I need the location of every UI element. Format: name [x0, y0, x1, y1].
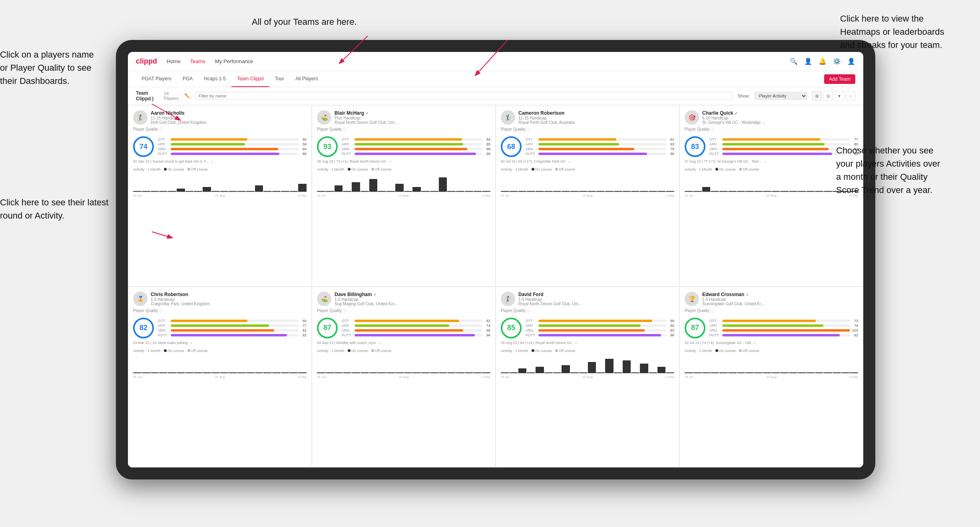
activity-label: Activity · 1 Month On course Off course	[317, 349, 490, 353]
player-info: Dave Billingham ✓ 1-5 Handicap Sog Magin…	[335, 292, 490, 306]
chart-bar	[421, 191, 430, 192]
last-round[interactable]: 18 Jul 23 | 74 (+4), Sunningdale GC - Ol…	[685, 341, 858, 345]
chart-bar	[272, 191, 281, 192]
player-club: Drift Golf Club, United Kingdom	[151, 120, 215, 125]
avatar-icon[interactable]: 👤	[847, 58, 855, 65]
chart-bar	[640, 364, 648, 373]
nav-link-teams[interactable]: Teams	[190, 58, 205, 64]
show-label: Show:	[737, 93, 750, 98]
stat-row-ott: OTT 73	[709, 319, 858, 323]
bell-icon[interactable]: 🔔	[819, 58, 827, 65]
chart-bar	[649, 191, 657, 192]
player-name[interactable]: Dave Billingham ✓	[335, 292, 490, 297]
stat-row-arg: ARG 81	[158, 328, 307, 332]
show-select[interactable]: Player Activity Quality Score Trend	[755, 92, 807, 100]
activity-section: Activity · 1 Month On course Off course …	[501, 167, 674, 197]
quality-score[interactable]: 68	[501, 136, 522, 157]
player-name[interactable]: Cameron Robertson	[518, 110, 674, 116]
view-filter-icon[interactable]: ▼	[835, 91, 844, 101]
quality-score[interactable]: 87	[685, 318, 705, 338]
quality-section: 85 OTT 89 APP 80 ARG 83 PUTT	[501, 318, 674, 338]
activity-section: Activity · 1 Month On course Off course …	[685, 349, 858, 379]
player-name[interactable]: Blair McHarg ✓	[335, 110, 490, 116]
chart-bar	[570, 372, 579, 373]
chart-bar	[194, 191, 202, 192]
tab-hcaps[interactable]: Hcaps 1-5	[198, 71, 231, 87]
chart-bar	[317, 191, 325, 192]
last-round[interactable]: 26 Aug 23 | 73 (+1), Royal North Devon G…	[317, 159, 490, 163]
player-name[interactable]: Aaron Nicholls	[151, 110, 307, 116]
chart-bar	[623, 360, 631, 373]
stat-row-arg: ARG 75	[526, 147, 674, 151]
last-round-arrow: →	[210, 159, 214, 163]
player-name[interactable]: Edward Crossman ✓	[702, 292, 858, 297]
player-card[interactable]: 🏌️‍♂️ Cameron Robertson 11-15 Handicap R…	[496, 105, 679, 286]
quality-label: Player Quality ⓘ	[317, 308, 490, 314]
player-card[interactable]: 🏌️ David Ford 1-5 Handicap Royal North D…	[496, 286, 679, 468]
chart-bar	[395, 184, 404, 192]
edit-icon[interactable]: ✏️	[184, 93, 190, 99]
player-card[interactable]: 🏆 Edward Crossman ✓ 1-5 Handicap Sunning…	[679, 286, 863, 468]
last-round[interactable]: 02 Jul 23 | 59 (+17), Craigmillar Park G…	[501, 159, 674, 163]
chart-bar	[711, 372, 719, 373]
profile-icon[interactable]: 👤	[804, 58, 812, 65]
avatar: 🏌️	[501, 292, 515, 306]
search-input[interactable]	[195, 92, 733, 100]
last-round[interactable]: 26 Aug 23 | 84 (+12), Royal North Devon …	[501, 341, 674, 345]
quality-score[interactable]: 74	[133, 136, 154, 157]
player-card[interactable]: 🏅 Chris Robertson 1-5 Handicap Craigmill…	[128, 286, 312, 468]
chart-area	[133, 173, 307, 193]
chart-bar	[133, 372, 141, 373]
chart-bar	[352, 372, 360, 373]
quality-score[interactable]: 83	[685, 136, 705, 157]
off-course-dot	[739, 168, 742, 171]
on-course-dot	[164, 349, 167, 352]
avatar: ⛳	[317, 110, 331, 125]
activity-label: Activity · 1 Month On course Off course	[317, 167, 490, 171]
chart-bar	[474, 191, 482, 192]
player-card[interactable]: ⛳ Dave Billingham ✓ 1-5 Handicap Sog Mag…	[312, 286, 496, 468]
player-card[interactable]: 🏌️ Aaron Nicholls 11-15 Handicap Drift G…	[128, 105, 312, 286]
add-team-button[interactable]: Add Team	[824, 74, 855, 84]
chart-bar	[737, 191, 745, 192]
chart-bar	[352, 182, 360, 192]
player-card[interactable]: ⛳ Blair McHarg ✓ Plus Handicap Royal Nor…	[312, 105, 496, 286]
player-name[interactable]: Charlie Quick ✓	[702, 110, 858, 116]
tab-tour[interactable]: Tour	[269, 71, 290, 87]
stat-row-putt: PUTT 91	[158, 333, 307, 337]
last-round[interactable]: 04 Sep 23 | Mobility with coach, Gym →	[317, 341, 490, 345]
last-round[interactable]: 07 Aug 23 | 77 (+7), St George's Hill GC…	[685, 159, 858, 163]
chart-bar	[430, 191, 438, 192]
chart-bar	[544, 191, 553, 192]
quality-score[interactable]: 93	[317, 136, 338, 157]
last-round[interactable]: 02 Sep 23 | Sunset round to get back int…	[133, 159, 307, 163]
nav-link-home[interactable]: Home	[167, 58, 181, 64]
last-round-arrow: →	[568, 159, 571, 163]
quality-score[interactable]: 85	[501, 318, 522, 338]
tab-team-clippd[interactable]: Team Clippd	[231, 71, 269, 87]
nav-link-myperformance[interactable]: My Performance	[215, 58, 253, 64]
player-name[interactable]: David Ford	[518, 292, 674, 297]
view-grid4-icon[interactable]: ⊞	[812, 91, 822, 101]
player-card[interactable]: 🎯 Charlie Quick ✓ 6-10 Handicap St. Geor…	[679, 105, 863, 286]
chart-bar	[369, 372, 378, 373]
on-course-dot	[715, 168, 718, 171]
view-sort-icon[interactable]: ↕	[846, 91, 855, 101]
search-icon[interactable]: 🔍	[790, 58, 798, 65]
view-grid3-icon[interactable]: ⊟	[823, 91, 833, 101]
tab-all-players[interactable]: All Players	[290, 71, 324, 87]
last-round[interactable]: 03 Mar 23 | 19, Must make putting →	[133, 341, 307, 345]
settings-icon[interactable]: ⚙️	[833, 58, 841, 65]
quality-score[interactable]: 87	[317, 318, 338, 338]
chart-bar	[237, 372, 246, 373]
quality-score[interactable]: 82	[133, 318, 154, 338]
tab-pgat-players[interactable]: PGAT Players	[136, 71, 177, 87]
chart-bar	[745, 191, 754, 192]
chart-dates: 31 Jul 21 Aug 4 Sep	[685, 194, 858, 197]
chart-bar	[763, 372, 771, 373]
tab-pga[interactable]: PGA	[177, 71, 198, 87]
player-name[interactable]: Chris Robertson	[151, 292, 307, 297]
chart-bar	[536, 367, 544, 373]
stat-row-arg: ARG 84	[158, 147, 307, 151]
chart-bar	[824, 372, 832, 373]
